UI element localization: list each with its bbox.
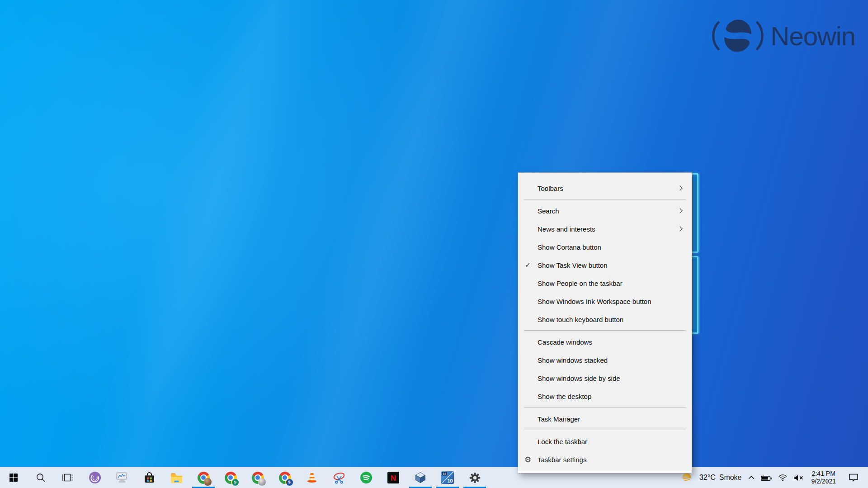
video-cutter-icon: [332, 471, 346, 484]
settings-button[interactable]: [461, 467, 488, 488]
system-monitor-icon: [116, 471, 128, 484]
menu-item-show-the-desktop[interactable]: Show the desktop: [518, 387, 692, 405]
menu-separator: [524, 430, 686, 430]
desktop-wallpaper: Neowin Toolbars Search News and interest…: [0, 0, 868, 488]
action-center-button[interactable]: [843, 467, 864, 488]
menu-item-label: Show Windows Ink Workspace button: [538, 298, 678, 305]
menu-item-label: Show Task View button: [538, 261, 678, 269]
menu-item-show-windows-stacked[interactable]: Show windows stacked: [518, 351, 692, 369]
app-chrome-profile-2[interactable]: [244, 467, 271, 488]
chevron-up-icon: [748, 475, 755, 480]
weather-text[interactable]: 32°C Smoke: [698, 467, 743, 488]
taskbar: S $: [0, 467, 868, 488]
task-view-button[interactable]: [54, 467, 81, 488]
gear-icon: ⚙: [518, 455, 538, 464]
menu-item-label: Show People on the taskbar: [538, 280, 678, 287]
chrome-profile-avatar: [258, 478, 266, 486]
vlc-icon: [306, 471, 318, 484]
volume-status[interactable]: [793, 467, 805, 488]
menu-item-label: Toolbars: [538, 185, 678, 192]
menu-item-label: Show windows stacked: [538, 356, 678, 364]
hidden-icons-button[interactable]: [747, 467, 756, 488]
menu-item-label: Show windows side by side: [538, 374, 678, 382]
file-explorer-icon: [170, 471, 183, 484]
app-vlc[interactable]: [298, 467, 326, 488]
menu-item-show-windows-ink-workspace-button[interactable]: Show Windows Ink Workspace button: [518, 292, 692, 310]
microsoft-store-icon: [143, 472, 156, 484]
search-button[interactable]: [27, 467, 54, 488]
network-status[interactable]: [777, 467, 788, 488]
menu-item-show-windows-side-by-side[interactable]: Show windows side by side: [518, 369, 692, 387]
menu-item-label: Show Cortana button: [538, 243, 678, 251]
menu-item-show-task-view-button[interactable]: ✓ Show Task View button: [518, 256, 692, 274]
clock[interactable]: 2:41 PM 9/2/2021: [809, 467, 839, 488]
spotify-icon: [360, 471, 373, 484]
app-spotify[interactable]: [353, 467, 380, 488]
app-virtualbox[interactable]: [407, 467, 434, 488]
chrome-profile-badge-s: S: [232, 479, 239, 486]
menu-item-label: Cascade windows: [538, 338, 678, 346]
chrome-profile-avatar: [204, 478, 212, 486]
clock-date: 9/2/2021: [811, 478, 836, 485]
gear-icon: [469, 472, 481, 484]
battery-charging-icon: [761, 474, 772, 481]
menu-separator: [524, 199, 686, 199]
vm-10-label: 10: [447, 478, 453, 483]
task-view-icon: [62, 473, 73, 483]
menu-separator: [524, 330, 686, 331]
app-file-explorer[interactable]: [163, 467, 190, 488]
weather-condition: Smoke: [719, 474, 742, 482]
menu-item-toolbars[interactable]: Toolbars: [518, 179, 692, 197]
app-netflix[interactable]: N: [380, 467, 407, 488]
app-chrome-dollar[interactable]: $: [271, 467, 298, 488]
menu-item-taskbar-settings[interactable]: ⚙ Taskbar settings: [518, 450, 692, 469]
chrome-icon: S: [225, 472, 237, 484]
app-windows10-vm[interactable]: 64 10: [434, 467, 461, 488]
system-tray: 32°C Smoke: [679, 467, 868, 488]
menu-item-lock-the-taskbar[interactable]: Lock the taskbar: [518, 432, 692, 450]
netflix-n-letter: N: [391, 474, 396, 483]
menu-item-label: Task Manager: [538, 415, 678, 423]
battery-status[interactable]: [760, 467, 773, 488]
app-bittorrent[interactable]: [81, 467, 108, 488]
neowin-logo: Neowin: [711, 13, 855, 59]
menu-item-news-and-interests[interactable]: News and interests: [518, 220, 692, 238]
virtualbox-icon: [414, 471, 427, 484]
vm-64-label: 64: [443, 472, 447, 475]
start-button[interactable]: [0, 467, 27, 488]
app-chrome-s[interactable]: S: [217, 467, 244, 488]
menu-item-label: Taskbar settings: [538, 456, 678, 464]
menu-item-cascade-windows[interactable]: Cascade windows: [518, 333, 692, 351]
search-icon: [36, 473, 46, 483]
menu-item-label: Lock the taskbar: [538, 438, 678, 445]
menu-item-label: Show the desktop: [538, 393, 678, 400]
chrome-profile-badge-dollar: $: [286, 479, 293, 486]
menu-item-show-cortana-button[interactable]: Show Cortana button: [518, 238, 692, 256]
menu-item-label: Search: [538, 207, 678, 215]
app-chrome-profile-1[interactable]: [190, 467, 217, 488]
taskbar-context-menu: Toolbars Search News and interests Show …: [518, 172, 692, 474]
submenu-arrow-icon: [677, 185, 682, 190]
netflix-icon: N: [387, 472, 399, 483]
chrome-icon: $: [279, 472, 291, 484]
menu-item-task-manager[interactable]: Task Manager: [518, 410, 692, 428]
volume-muted-icon: [793, 474, 804, 481]
windows-logo-icon: [9, 473, 18, 482]
menu-item-show-people-on-the-taskbar[interactable]: Show People on the taskbar: [518, 274, 692, 292]
menu-item-label: News and interests: [538, 225, 678, 233]
bittorrent-icon: [89, 471, 101, 484]
menu-item-show-touch-keyboard-button[interactable]: Show touch keyboard button: [518, 310, 692, 328]
chrome-icon: [198, 472, 210, 484]
neowin-logo-mark: [711, 13, 764, 59]
menu-separator: [524, 407, 686, 407]
submenu-arrow-icon: [677, 226, 682, 231]
menu-item-label: Show touch keyboard button: [538, 316, 678, 323]
clock-time: 2:41 PM: [811, 470, 836, 478]
app-system-monitor[interactable]: [108, 467, 136, 488]
app-video-cutter[interactable]: [326, 467, 353, 488]
menu-item-search[interactable]: Search: [518, 202, 692, 220]
wifi-icon: [778, 474, 788, 481]
app-microsoft-store[interactable]: [136, 467, 163, 488]
neowin-logo-text: Neowin: [771, 21, 855, 51]
windows10-vm-icon: 64 10: [441, 471, 454, 484]
